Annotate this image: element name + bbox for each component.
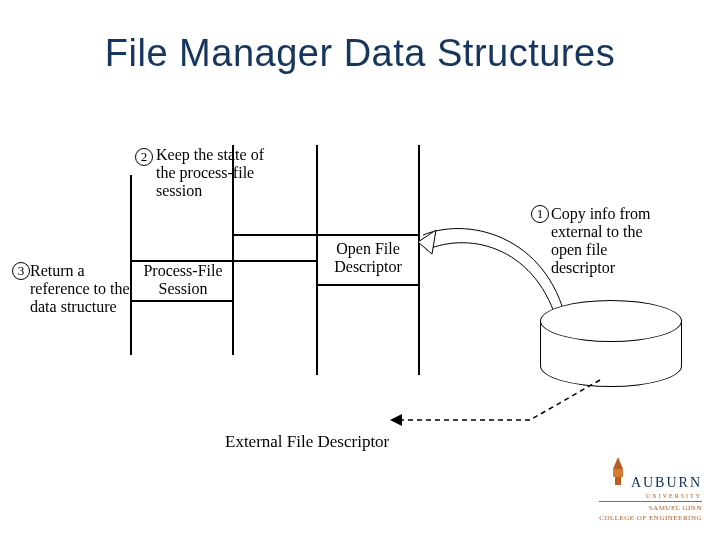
step-3-badge: 3 xyxy=(12,262,30,280)
svg-rect-5 xyxy=(613,469,623,477)
pfs-slot-bottom xyxy=(130,300,232,302)
pfs-right-bar xyxy=(232,145,234,355)
step-2-text: Keep the state of the process-file sessi… xyxy=(156,146,266,200)
slide-root: File Manager Data Structures 2 Keep the … xyxy=(0,0,720,540)
slide-title: File Manager Data Structures xyxy=(0,32,720,75)
process-file-session-label: Process-File Session xyxy=(134,262,232,298)
svg-marker-6 xyxy=(613,457,623,469)
auburn-logo: AUBURN UNIVERSITY SAMUEL GINN COLLEGE OF… xyxy=(599,457,702,522)
logo-sub1: UNIVERSITY xyxy=(599,493,702,499)
svg-rect-4 xyxy=(615,477,621,485)
svg-marker-3 xyxy=(390,414,402,426)
step-3-text: Return a reference to the data structure xyxy=(30,262,130,316)
external-connector-icon xyxy=(390,370,620,460)
ofd-left-bar xyxy=(316,145,318,375)
logo-name: AUBURN xyxy=(631,475,702,491)
pfs-left-bar xyxy=(130,175,132,355)
open-file-descriptor-label: Open File Descriptor xyxy=(320,240,416,276)
connector-left-top xyxy=(232,234,316,236)
ofd-slot-top xyxy=(316,234,418,236)
connector-left-bottom xyxy=(232,260,316,262)
ofd-slot-bottom xyxy=(316,284,418,286)
logo-sub2: SAMUEL GINN xyxy=(599,504,702,512)
external-file-descriptor-label: External File Descriptor xyxy=(225,433,389,451)
tower-icon xyxy=(609,457,627,491)
step-2-badge: 2 xyxy=(135,148,153,166)
logo-sub3: COLLEGE OF ENGINEERING xyxy=(599,514,702,522)
svg-line-1 xyxy=(530,380,600,420)
cylinder-top xyxy=(540,300,682,342)
